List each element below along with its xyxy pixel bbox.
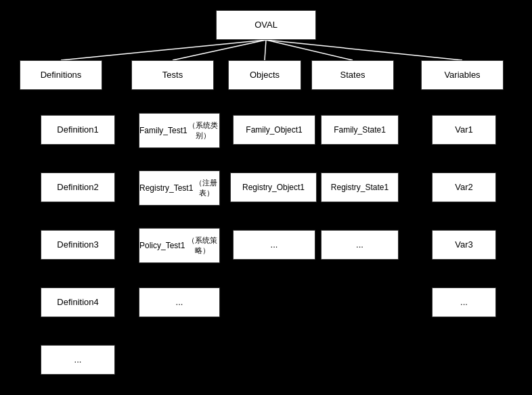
definition5: ... <box>41 345 115 375</box>
test3: Policy_Test1（系统策略） <box>139 228 220 263</box>
svg-line-3 <box>266 40 353 60</box>
svg-line-2 <box>265 40 266 60</box>
var2: Var2 <box>432 172 496 202</box>
object2: Registry_Object1 <box>230 172 317 202</box>
state1: Family_State1 <box>321 115 399 145</box>
definition2: Definition2 <box>41 172 115 202</box>
svg-line-1 <box>173 40 266 60</box>
var1: Var1 <box>432 115 496 145</box>
definition1: Definition1 <box>41 115 115 145</box>
state2: Registry_State1 <box>321 172 399 202</box>
state3: ... <box>321 230 399 260</box>
oval-node: OVAL <box>216 10 316 40</box>
test2: Registry_Test1（注册表） <box>139 170 220 206</box>
test4: ... <box>139 287 220 317</box>
svg-line-0 <box>61 40 266 60</box>
definitions-header: Definitions <box>20 60 102 90</box>
test1: Family_Test1（系统类别） <box>139 113 220 148</box>
object1: Family_Object1 <box>233 115 315 145</box>
object3: ... <box>233 230 315 260</box>
definition4: Definition4 <box>41 287 115 317</box>
variables-header: Variables <box>421 60 504 90</box>
var4: ... <box>432 287 496 317</box>
diagram: OVAL Definitions Tests Objects States Va… <box>0 0 532 395</box>
svg-line-4 <box>266 40 462 60</box>
var3: Var3 <box>432 230 496 260</box>
objects-header: Objects <box>228 60 301 90</box>
tests-header: Tests <box>131 60 214 90</box>
definition3: Definition3 <box>41 230 115 260</box>
states-header: States <box>311 60 394 90</box>
